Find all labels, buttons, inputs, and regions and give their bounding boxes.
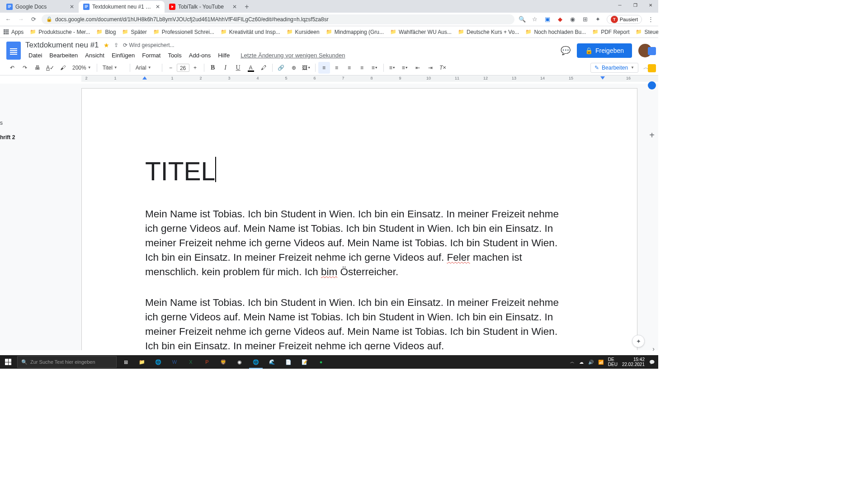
reload-button[interactable]: ⟳ xyxy=(29,15,38,24)
font-select[interactable]: Arial▼ xyxy=(133,62,159,74)
close-tab-icon[interactable]: ✕ xyxy=(156,4,160,10)
browser-tab[interactable]: Textdokument neu #1 - Google D ✕ xyxy=(79,1,165,13)
highlight-button[interactable]: 🖍 xyxy=(258,62,269,74)
insert-comment-button[interactable]: ⊕ xyxy=(288,62,300,74)
bookmark-item[interactable]: 📁Steuern Lesen !!!! xyxy=(636,29,658,35)
forward-button[interactable]: → xyxy=(16,15,25,24)
menu-tools[interactable]: Tools xyxy=(165,51,184,60)
menu-file[interactable]: Datei xyxy=(25,51,45,60)
browser-tab[interactable]: Google Docs ✕ xyxy=(2,1,79,13)
tray-chevron-icon[interactable]: ︿ xyxy=(570,359,575,365)
zoom-select[interactable]: 200%▼ xyxy=(70,62,94,74)
redo-button[interactable]: ↷ xyxy=(19,62,31,74)
clear-format-button[interactable]: T✕ xyxy=(437,62,449,74)
profile-paused[interactable]: T Pausiert xyxy=(607,15,642,24)
add-addon-icon[interactable]: + xyxy=(649,130,655,141)
comments-icon[interactable]: 💬 xyxy=(561,46,571,56)
taskbar-app[interactable]: 🌐 xyxy=(150,355,166,369)
taskbar-app-spotify[interactable]: ● xyxy=(313,355,329,369)
numbered-list-button[interactable]: ≡▼ xyxy=(387,62,398,74)
tray-onedrive-icon[interactable]: ☁ xyxy=(579,360,584,365)
bookmark-star-icon[interactable]: ☆ xyxy=(531,15,539,23)
taskbar-app[interactable]: 📝 xyxy=(297,355,313,369)
insert-link-button[interactable]: 🔗 xyxy=(275,62,287,74)
taskbar-app[interactable]: 📄 xyxy=(280,355,297,369)
tray-clock[interactable]: 15:4222.02.2021 xyxy=(622,357,645,367)
close-window-button[interactable]: ✕ xyxy=(643,0,658,10)
back-button[interactable]: ← xyxy=(4,15,13,24)
style-select[interactable]: Titel▼ xyxy=(100,62,127,74)
decrease-indent-button[interactable]: ⇤ xyxy=(412,62,424,74)
new-tab-button[interactable]: + xyxy=(241,3,252,13)
bold-button[interactable]: B xyxy=(207,62,219,74)
address-bar[interactable]: 🔒 docs.google.com/document/d/1hUH8k6h7Lb… xyxy=(42,14,514,24)
bookmark-item[interactable]: 📁Blog xyxy=(96,29,116,35)
menu-format[interactable]: Format xyxy=(139,51,164,60)
extension-icon[interactable]: ◆ xyxy=(556,15,564,23)
task-view-button[interactable]: ⊞ xyxy=(118,355,134,369)
zoom-icon[interactable]: 🔍 xyxy=(518,15,526,23)
paint-format-button[interactable]: 🖌 xyxy=(57,62,69,74)
document-title[interactable]: Textdokument neu #1 xyxy=(25,41,99,50)
tasks-icon[interactable] xyxy=(648,81,656,89)
bookmark-item[interactable]: 📁Noch hochladen Bu... xyxy=(525,29,586,35)
spelling-error[interactable]: bim xyxy=(321,266,337,277)
margin-marker[interactable] xyxy=(600,76,605,80)
taskbar-app[interactable]: 🦁 xyxy=(215,355,231,369)
bookmark-item[interactable]: 📁Professionell Schrei... xyxy=(153,29,214,35)
document-paragraph[interactable]: Mein Name ist Tobias. Ich bin Student in… xyxy=(145,296,574,350)
bookmark-item[interactable]: 📁Produktsuche - Mer... xyxy=(30,29,90,35)
taskbar-app-explorer[interactable]: 📁 xyxy=(134,355,150,369)
extensions-menu-icon[interactable]: ✦ xyxy=(594,15,602,23)
bookmark-item[interactable]: 📁Kursideen xyxy=(287,29,320,35)
spellcheck-button[interactable]: A✓ xyxy=(44,62,56,74)
increase-indent-button[interactable]: ⇥ xyxy=(425,62,436,74)
document-paragraph[interactable]: Mein Name ist Tobias. Ich bin Student in… xyxy=(145,207,574,279)
maximize-button[interactable]: ❐ xyxy=(627,0,643,10)
ruler[interactable]: 2 1 1 2 3 4 5 6 7 8 9 10 11 12 13 14 15 … xyxy=(0,75,658,84)
docs-logo-icon[interactable] xyxy=(6,42,21,60)
align-center-button[interactable]: ≡ xyxy=(331,62,343,74)
taskbar-app-chrome[interactable]: 🌐 xyxy=(248,355,264,369)
move-icon[interactable]: ⇪ xyxy=(114,42,118,48)
tray-language[interactable]: DEDEU xyxy=(608,357,618,367)
taskbar-app-edge[interactable]: 🌊 xyxy=(264,355,280,369)
text-color-button[interactable]: A xyxy=(245,62,257,74)
extension-icon[interactable]: ◉ xyxy=(569,15,577,23)
insert-image-button[interactable]: 🖼▼ xyxy=(301,62,312,74)
taskbar-app-powerpoint[interactable]: P xyxy=(199,355,215,369)
explore-button[interactable]: ✦ xyxy=(632,335,645,347)
bookmark-item[interactable]: 📁PDF Report xyxy=(592,29,629,35)
align-justify-button[interactable]: ≡ xyxy=(356,62,368,74)
line-spacing-button[interactable]: ≡▼ xyxy=(369,62,381,74)
browser-menu-icon[interactable]: ⋮ xyxy=(646,15,655,23)
menu-help[interactable]: Hilfe xyxy=(215,51,233,60)
indent-marker[interactable] xyxy=(142,76,147,80)
tray-notifications-icon[interactable]: 💬 xyxy=(649,360,655,365)
document-heading[interactable]: TITEL xyxy=(145,156,216,186)
close-tab-icon[interactable]: ✕ xyxy=(232,4,237,10)
align-left-button[interactable]: ≡ xyxy=(318,62,330,74)
star-icon[interactable]: ★ xyxy=(104,42,109,49)
editing-mode-select[interactable]: ✎ Bearbeiten ▼ xyxy=(590,63,638,73)
taskbar-search[interactable]: 🔍 Zur Suche Text hier eingeben xyxy=(17,356,117,368)
bullet-list-button[interactable]: ≡▼ xyxy=(399,62,411,74)
taskbar-app-excel[interactable]: X xyxy=(183,355,199,369)
underline-button[interactable]: U xyxy=(232,62,244,74)
fontsize-increase[interactable]: + xyxy=(189,62,201,74)
print-button[interactable]: 🖶 xyxy=(32,62,43,74)
share-button[interactable]: 🔒 Freigeben xyxy=(577,43,632,58)
start-button[interactable] xyxy=(0,355,16,369)
undo-button[interactable]: ↶ xyxy=(6,62,18,74)
bookmark-item[interactable]: 📁Kreativität und Insp... xyxy=(221,29,280,35)
menu-addons[interactable]: Add-ons xyxy=(186,51,214,60)
browser-tab[interactable]: TobiTalk - YouTube ✕ xyxy=(165,1,241,13)
menu-edit[interactable]: Bearbeiten xyxy=(46,51,81,60)
minimize-button[interactable]: ─ xyxy=(612,0,627,10)
bookmark-item[interactable]: 📁Deutsche Kurs + Vo... xyxy=(458,29,519,35)
apps-bookmark[interactable]: Apps xyxy=(4,29,24,35)
tray-volume-icon[interactable]: 🔊 xyxy=(588,360,594,365)
extension-icon[interactable]: ⊞ xyxy=(581,15,590,23)
version-history-link[interactable]: Letzte Änderung vor wenigen Sekunden xyxy=(237,51,348,60)
spelling-error[interactable]: Feler xyxy=(447,252,470,263)
